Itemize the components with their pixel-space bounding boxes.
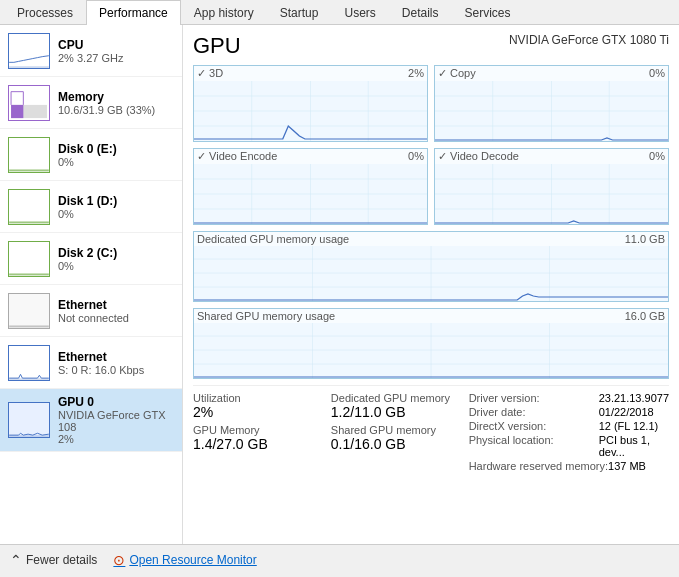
chart-3d-area (194, 81, 427, 141)
chart-shared-area (194, 323, 668, 378)
chart-encode: ✓ Video Encode 0% (193, 148, 428, 225)
disk0-info: Disk 0 (E:) 0% (58, 142, 174, 168)
cpu-sub: 2% 3.27 GHz (58, 52, 174, 64)
sidebar-item-memory[interactable]: Memory 10.6/31.9 GB (33%) (0, 77, 182, 129)
fewer-details-button[interactable]: ⌃ Fewer details (10, 552, 97, 568)
disk0-thumbnail (8, 137, 50, 173)
gpu-content: GPU NVIDIA GeForce GTX 1080 Ti ✓ 3D 2% (183, 25, 679, 544)
gpu-memory-label: GPU Memory (193, 424, 331, 436)
open-resource-monitor-label: Open Resource Monitor (129, 553, 256, 567)
memory-info: Memory 10.6/31.9 GB (33%) (58, 90, 174, 116)
gpu0-sub2: 2% (58, 433, 174, 445)
tab-bar: Processes Performance App history Startu… (0, 0, 679, 25)
ethernet-nc-sub: Not connected (58, 312, 174, 324)
chart-decode-title: ✓ Video Decode (438, 150, 519, 163)
chart-decode-label: ✓ Video Decode 0% (435, 149, 668, 164)
chart-shared-label: Shared GPU memory usage 16.0 GB (194, 309, 668, 323)
chart-shared-max: 16.0 GB (625, 310, 665, 322)
chart-dedicated-max: 11.0 GB (625, 233, 665, 245)
gpu-title: GPU (193, 33, 241, 59)
chart-encode-pct: 0% (408, 150, 424, 163)
tab-startup[interactable]: Startup (267, 0, 332, 25)
chart-decode-pct: 0% (649, 150, 665, 163)
resource-monitor-icon: ⊙ (113, 552, 125, 568)
driver-version-val: 23.21.13.9077 (599, 392, 669, 404)
stat-group-dedicated: Dedicated GPU memory 1.2/11.0 GB Shared … (331, 392, 469, 474)
chart-decode: ✓ Video Decode 0% (434, 148, 669, 225)
disk2-info: Disk 2 (C:) 0% (58, 246, 174, 272)
driver-version-row: Driver version: 23.21.13.9077 (469, 392, 669, 404)
memory-thumbnail (8, 85, 50, 121)
sidebar-item-gpu0[interactable]: GPU 0 NVIDIA GeForce GTX 108 2% (0, 389, 182, 452)
driver-date-val: 01/22/2018 (599, 406, 654, 418)
utilization-label: Utilization (193, 392, 331, 404)
gpu-header: GPU NVIDIA GeForce GTX 1080 Ti (193, 33, 669, 59)
gpu0-sub: NVIDIA GeForce GTX 108 (58, 409, 174, 433)
chart-3d-label: ✓ 3D 2% (194, 66, 427, 81)
tab-services[interactable]: Services (452, 0, 524, 25)
disk2-title: Disk 2 (C:) (58, 246, 174, 260)
disk2-sub: 0% (58, 260, 174, 272)
shared-value: 0.1/16.0 GB (331, 436, 469, 452)
ethernet-nc-info: Ethernet Not connected (58, 298, 174, 324)
sidebar-item-disk1[interactable]: Disk 1 (D:) 0% (0, 181, 182, 233)
gpu0-thumbnail (8, 402, 50, 438)
tab-performance[interactable]: Performance (86, 0, 181, 25)
sidebar-item-disk0[interactable]: Disk 0 (E:) 0% (0, 129, 182, 181)
driver-directx-key: DirectX version: (469, 420, 599, 432)
dedicated-value: 1.2/11.0 GB (331, 404, 469, 420)
stat-shared: Shared GPU memory 0.1/16.0 GB (331, 424, 469, 452)
disk1-info: Disk 1 (D:) 0% (58, 194, 174, 220)
driver-directx-val: 12 (FL 12.1) (599, 420, 659, 432)
tab-app-history[interactable]: App history (181, 0, 267, 25)
chart-copy: ✓ Copy 0% (434, 65, 669, 142)
sidebar-item-disk2[interactable]: Disk 2 (C:) 0% (0, 233, 182, 285)
stat-utilization: Utilization 2% (193, 392, 331, 420)
driver-info: Driver version: 23.21.13.9077 Driver dat… (469, 392, 669, 474)
stats-row: Utilization 2% GPU Memory 1.4/27.0 GB De… (193, 385, 669, 474)
driver-location-row: Physical location: PCI bus 1, dev... (469, 434, 669, 458)
bottom-bar: ⌃ Fewer details ⊙ Open Resource Monitor (0, 544, 679, 574)
sidebar-item-cpu[interactable]: CPU 2% 3.27 GHz (0, 25, 182, 77)
sidebar: CPU 2% 3.27 GHz Memory 10.6/31.9 GB (33%… (0, 25, 183, 544)
gpu-model: NVIDIA GeForce GTX 1080 Ti (509, 33, 669, 47)
chart-3d-title: ✓ 3D (197, 67, 223, 80)
sidebar-item-ethernet[interactable]: Ethernet S: 0 R: 16.0 Kbps (0, 337, 182, 389)
driver-location-key: Physical location: (469, 434, 599, 458)
stat-gpu-memory: GPU Memory 1.4/27.0 GB (193, 424, 331, 452)
chevron-up-icon: ⌃ (10, 552, 22, 568)
chart-shared-title: Shared GPU memory usage (197, 310, 335, 322)
driver-version-key: Driver version: (469, 392, 599, 404)
chart-dedicated-title: Dedicated GPU memory usage (197, 233, 349, 245)
ethernet-sub: S: 0 R: 16.0 Kbps (58, 364, 174, 376)
driver-reserved-key: Hardware reserved memory: (469, 460, 608, 472)
chart-encode-label: ✓ Video Encode 0% (194, 149, 427, 164)
memory-sub: 10.6/31.9 GB (33%) (58, 104, 174, 116)
disk1-sub: 0% (58, 208, 174, 220)
open-resource-monitor-button[interactable]: ⊙ Open Resource Monitor (113, 552, 256, 568)
chart-copy-area (435, 81, 668, 141)
chart-dedicated-area (194, 246, 668, 301)
dedicated-label: Dedicated GPU memory (331, 392, 469, 404)
chart-3d-pct: 2% (408, 67, 424, 80)
driver-directx-row: DirectX version: 12 (FL 12.1) (469, 420, 669, 432)
ethernet-title: Ethernet (58, 350, 174, 364)
tab-users[interactable]: Users (331, 0, 388, 25)
cpu-thumbnail (8, 33, 50, 69)
chart-dedicated-label: Dedicated GPU memory usage 11.0 GB (194, 232, 668, 246)
chart-decode-area (435, 164, 668, 224)
chart-3d: ✓ 3D 2% (193, 65, 428, 142)
sidebar-item-ethernet-nc[interactable]: Ethernet Not connected (0, 285, 182, 337)
tab-details[interactable]: Details (389, 0, 452, 25)
disk1-title: Disk 1 (D:) (58, 194, 174, 208)
gpu0-title: GPU 0 (58, 395, 174, 409)
driver-reserved-val: 137 MB (608, 460, 646, 472)
cpu-title: CPU (58, 38, 174, 52)
tab-processes[interactable]: Processes (4, 0, 86, 25)
charts-row-1: ✓ 3D 2% ✓ Copy (193, 65, 669, 142)
ethernet-nc-title: Ethernet (58, 298, 174, 312)
stat-group-utilization: Utilization 2% GPU Memory 1.4/27.0 GB (193, 392, 331, 474)
memory-title: Memory (58, 90, 174, 104)
driver-date-row: Driver date: 01/22/2018 (469, 406, 669, 418)
fewer-details-label: Fewer details (26, 553, 97, 567)
